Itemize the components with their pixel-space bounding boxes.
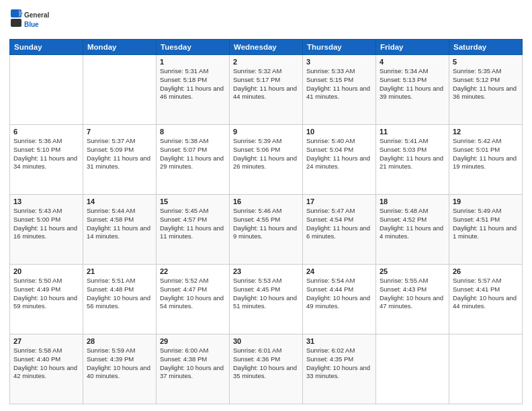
day-detail: Sunrise: 5:53 AMSunset: 4:45 PMDaylight:…	[233, 277, 299, 311]
calendar-cell: 30Sunrise: 6:01 AMSunset: 4:36 PMDayligh…	[230, 334, 303, 404]
calendar-week-row: 6Sunrise: 5:36 AMSunset: 5:10 PMDaylight…	[10, 125, 523, 195]
day-detail: Sunrise: 5:52 AMSunset: 4:47 PMDaylight:…	[160, 277, 226, 311]
weekday-header-cell: Thursday	[303, 40, 376, 55]
day-number: 11	[380, 128, 445, 136]
header: General Blue	[9, 7, 523, 34]
day-number: 16	[233, 197, 299, 205]
calendar-cell	[83, 55, 157, 125]
day-detail: Sunrise: 5:40 AMSunset: 5:04 PMDaylight:…	[306, 137, 372, 171]
page: General Blue SundayMondayTuesdayWednesda…	[0, 0, 532, 411]
weekday-header-cell: Wednesday	[230, 40, 303, 55]
calendar-week-row: 27Sunrise: 5:58 AMSunset: 4:40 PMDayligh…	[10, 334, 523, 404]
calendar-table: SundayMondayTuesdayWednesdayThursdayFrid…	[9, 39, 523, 404]
day-number: 26	[453, 267, 519, 275]
svg-text:Blue: Blue	[24, 21, 39, 28]
calendar-week-row: 20Sunrise: 5:50 AMSunset: 4:49 PMDayligh…	[10, 265, 523, 334]
day-detail: Sunrise: 5:59 AMSunset: 4:39 PMDaylight:…	[87, 347, 152, 381]
day-detail: Sunrise: 5:50 AMSunset: 4:49 PMDaylight:…	[13, 277, 79, 311]
day-detail: Sunrise: 6:00 AMSunset: 4:38 PMDaylight:…	[160, 347, 226, 381]
calendar-cell: 11Sunrise: 5:41 AMSunset: 5:03 PMDayligh…	[376, 125, 449, 195]
calendar-cell: 29Sunrise: 6:00 AMSunset: 4:38 PMDayligh…	[157, 334, 230, 404]
calendar-cell: 4Sunrise: 5:34 AMSunset: 5:13 PMDaylight…	[376, 55, 449, 125]
day-number: 10	[306, 128, 372, 136]
day-detail: Sunrise: 5:47 AMSunset: 4:54 PMDaylight:…	[306, 207, 372, 241]
day-detail: Sunrise: 5:43 AMSunset: 5:00 PMDaylight:…	[13, 207, 79, 241]
day-detail: Sunrise: 6:02 AMSunset: 4:35 PMDaylight:…	[306, 347, 372, 381]
day-number: 20	[13, 267, 79, 275]
calendar-cell: 28Sunrise: 5:59 AMSunset: 4:39 PMDayligh…	[83, 334, 157, 404]
calendar-cell: 31Sunrise: 6:02 AMSunset: 4:35 PMDayligh…	[303, 334, 376, 404]
calendar-cell: 19Sunrise: 5:49 AMSunset: 4:51 PMDayligh…	[449, 195, 523, 265]
calendar-cell: 3Sunrise: 5:33 AMSunset: 5:15 PMDaylight…	[303, 55, 376, 125]
day-number: 23	[233, 267, 299, 275]
weekday-header-cell: Tuesday	[157, 40, 230, 55]
weekday-header-cell: Monday	[83, 40, 157, 55]
calendar-cell: 1Sunrise: 5:31 AMSunset: 5:18 PMDaylight…	[157, 55, 230, 125]
day-number: 25	[380, 267, 445, 275]
day-number: 17	[306, 197, 372, 205]
day-number: 22	[160, 267, 226, 275]
day-detail: Sunrise: 5:31 AMSunset: 5:18 PMDaylight:…	[160, 67, 226, 101]
calendar-cell: 18Sunrise: 5:48 AMSunset: 4:52 PMDayligh…	[376, 195, 449, 265]
calendar-cell: 17Sunrise: 5:47 AMSunset: 4:54 PMDayligh…	[303, 195, 376, 265]
calendar-cell	[10, 55, 83, 125]
day-number: 4	[380, 58, 445, 66]
day-number: 1	[160, 58, 226, 66]
day-detail: Sunrise: 5:57 AMSunset: 4:41 PMDaylight:…	[453, 277, 519, 311]
day-detail: Sunrise: 5:35 AMSunset: 5:12 PMDaylight:…	[453, 67, 519, 101]
day-number: 24	[306, 267, 372, 275]
calendar-cell: 26Sunrise: 5:57 AMSunset: 4:41 PMDayligh…	[449, 265, 523, 334]
day-detail: Sunrise: 5:49 AMSunset: 4:51 PMDaylight:…	[453, 207, 519, 241]
weekday-header-cell: Sunday	[10, 40, 83, 55]
day-number: 5	[453, 58, 519, 66]
day-number: 8	[160, 128, 226, 136]
day-number: 30	[233, 337, 299, 345]
day-detail: Sunrise: 5:41 AMSunset: 5:03 PMDaylight:…	[380, 137, 445, 171]
svg-text:General: General	[24, 11, 49, 19]
calendar-cell: 2Sunrise: 5:32 AMSunset: 5:17 PMDaylight…	[230, 55, 303, 125]
day-number: 9	[233, 128, 299, 136]
day-detail: Sunrise: 5:39 AMSunset: 5:06 PMDaylight:…	[233, 137, 299, 171]
calendar-cell: 23Sunrise: 5:53 AMSunset: 4:45 PMDayligh…	[230, 265, 303, 334]
calendar-cell: 5Sunrise: 5:35 AMSunset: 5:12 PMDaylight…	[449, 55, 523, 125]
calendar-cell	[376, 334, 449, 404]
day-detail: Sunrise: 5:48 AMSunset: 4:52 PMDaylight:…	[380, 207, 445, 241]
weekday-header-cell: Saturday	[449, 40, 523, 55]
calendar-cell: 16Sunrise: 5:46 AMSunset: 4:55 PMDayligh…	[230, 195, 303, 265]
day-number: 3	[306, 58, 372, 66]
day-number: 7	[87, 128, 152, 136]
calendar-cell: 10Sunrise: 5:40 AMSunset: 5:04 PMDayligh…	[303, 125, 376, 195]
day-number: 21	[87, 267, 152, 275]
calendar-cell: 25Sunrise: 5:55 AMSunset: 4:43 PMDayligh…	[376, 265, 449, 334]
day-number: 13	[13, 197, 79, 205]
calendar-cell: 20Sunrise: 5:50 AMSunset: 4:49 PMDayligh…	[10, 265, 83, 334]
day-number: 29	[160, 337, 226, 345]
day-detail: Sunrise: 5:55 AMSunset: 4:43 PMDaylight:…	[380, 277, 445, 311]
day-number: 6	[13, 128, 79, 136]
day-detail: Sunrise: 5:54 AMSunset: 4:44 PMDaylight:…	[306, 277, 372, 311]
day-detail: Sunrise: 5:32 AMSunset: 5:17 PMDaylight:…	[233, 67, 299, 101]
day-number: 27	[13, 337, 79, 345]
day-number: 2	[233, 58, 299, 66]
day-detail: Sunrise: 5:33 AMSunset: 5:15 PMDaylight:…	[306, 67, 372, 101]
day-number: 31	[306, 337, 372, 345]
calendar-cell: 8Sunrise: 5:38 AMSunset: 5:07 PMDaylight…	[157, 125, 230, 195]
weekday-header-cell: Friday	[376, 40, 449, 55]
calendar-cell: 6Sunrise: 5:36 AMSunset: 5:10 PMDaylight…	[10, 125, 83, 195]
calendar-week-row: 1Sunrise: 5:31 AMSunset: 5:18 PMDaylight…	[10, 55, 523, 125]
calendar-cell: 21Sunrise: 5:51 AMSunset: 4:48 PMDayligh…	[83, 265, 157, 334]
day-detail: Sunrise: 5:45 AMSunset: 4:57 PMDaylight:…	[160, 207, 226, 241]
day-detail: Sunrise: 5:38 AMSunset: 5:07 PMDaylight:…	[160, 137, 226, 171]
calendar-cell: 24Sunrise: 5:54 AMSunset: 4:44 PMDayligh…	[303, 265, 376, 334]
svg-rect-4	[11, 19, 21, 27]
calendar-week-row: 13Sunrise: 5:43 AMSunset: 5:00 PMDayligh…	[10, 195, 523, 265]
day-number: 12	[453, 128, 519, 136]
calendar-cell: 15Sunrise: 5:45 AMSunset: 4:57 PMDayligh…	[157, 195, 230, 265]
calendar-cell: 9Sunrise: 5:39 AMSunset: 5:06 PMDaylight…	[230, 125, 303, 195]
day-detail: Sunrise: 5:46 AMSunset: 4:55 PMDaylight:…	[233, 207, 299, 241]
day-number: 19	[453, 197, 519, 205]
day-detail: Sunrise: 5:42 AMSunset: 5:01 PMDaylight:…	[453, 137, 519, 171]
day-detail: Sunrise: 5:34 AMSunset: 5:13 PMDaylight:…	[380, 67, 445, 101]
day-number: 18	[380, 197, 445, 205]
day-detail: Sunrise: 5:44 AMSunset: 4:58 PMDaylight:…	[87, 207, 152, 241]
